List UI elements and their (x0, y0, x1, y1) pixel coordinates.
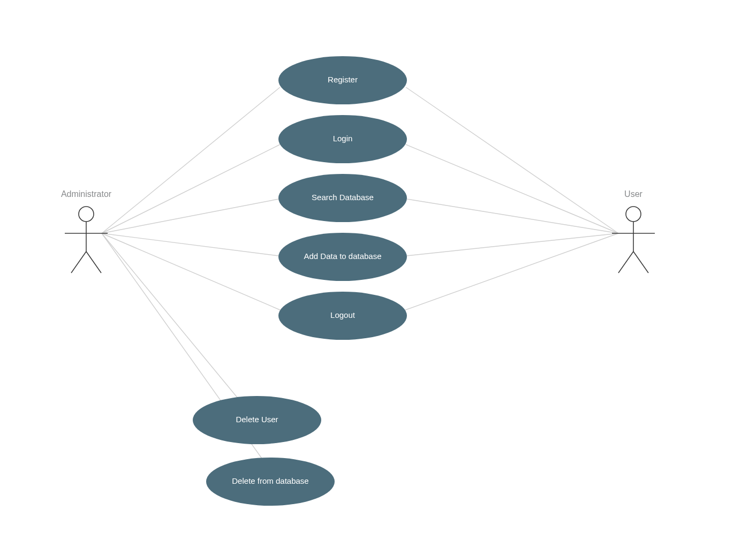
actor-user-label: User (624, 189, 642, 199)
usecase-search-label: Search Database (312, 193, 374, 202)
svg-line-11 (86, 252, 101, 273)
usecase-delete-user: Delete User (193, 396, 321, 444)
svg-point-12 (626, 207, 641, 222)
actor-icon (65, 207, 108, 273)
edge-admin-search (102, 199, 278, 233)
svg-point-7 (79, 207, 94, 222)
usecase-login: Login (278, 115, 407, 163)
usecase-logout-label: Logout (330, 310, 356, 319)
usecase-login-label: Login (333, 134, 353, 143)
use-case-diagram: Register Login Search Database Add Data … (0, 0, 756, 533)
actor-user: User (612, 189, 655, 273)
usecase-search: Search Database (278, 174, 407, 222)
usecase-register: Register (278, 56, 407, 104)
svg-line-10 (71, 252, 86, 273)
usecase-delete-from-db: Delete from database (206, 458, 335, 506)
svg-line-16 (633, 252, 648, 273)
edge-admin-register (102, 87, 280, 233)
usecase-add-label: Add Data to database (304, 252, 381, 261)
usecase-delete-from-db-label: Delete from database (232, 476, 308, 485)
edge-admin-deleteuser (102, 233, 238, 399)
edge-admin-login (102, 144, 280, 233)
svg-line-15 (618, 252, 633, 273)
edge-user-search (407, 199, 618, 233)
actor-icon (612, 207, 655, 273)
usecase-delete-user-label: Delete User (236, 415, 278, 424)
usecase-register-label: Register (328, 75, 358, 84)
actor-admin-label: Administrator (61, 189, 112, 199)
usecase-add: Add Data to database (278, 233, 407, 281)
edge-user-login (406, 144, 618, 233)
edge-user-register (406, 87, 618, 233)
usecase-logout: Logout (278, 292, 407, 340)
